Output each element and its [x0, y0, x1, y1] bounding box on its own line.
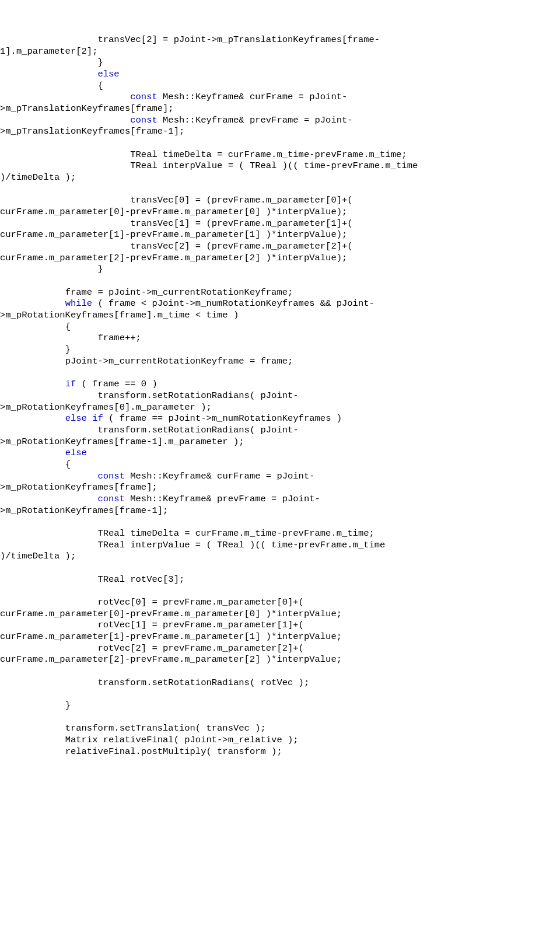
keyword: const	[97, 471, 125, 481]
code-line: )/timeDelta );	[0, 172, 560, 184]
code-line: curFrame.m_parameter[0]-prevFrame.m_para…	[0, 609, 560, 620]
code-line: curFrame.m_parameter[0]-prevFrame.m_para…	[0, 207, 560, 218]
code-line: const Mesh::Keyframe& prevFrame = pJoint…	[0, 494, 560, 505]
code-line: const Mesh::Keyframe& curFrame = pJoint-	[0, 471, 560, 483]
code-block: transVec[2] = pJoint->m_pTranslationKeyf…	[0, 34, 560, 757]
code-line: curFrame.m_parameter[1]-prevFrame.m_para…	[0, 229, 560, 241]
code-line: while ( frame < pJoint->m_numRotationKey…	[0, 298, 560, 310]
code-line	[0, 516, 560, 528]
keyword: else	[97, 69, 119, 79]
code-line	[0, 563, 560, 574]
keyword: if	[92, 413, 103, 424]
code-line: if ( frame == 0 )	[0, 379, 560, 390]
code-line: )/timeDelta );	[0, 551, 560, 563]
keyword: while	[65, 298, 93, 309]
code-line: >m_pTranslationKeyframes[frame-1];	[0, 126, 560, 138]
code-line: >m_pRotationKeyframes[frame];	[0, 482, 560, 494]
code-line: transVec[2] = pJoint->m_pTranslationKeyf…	[0, 34, 560, 46]
code-line: else	[0, 69, 560, 81]
code-line	[0, 712, 560, 724]
code-line: frame++;	[0, 333, 560, 344]
code-line: curFrame.m_parameter[2]-prevFrame.m_para…	[0, 654, 560, 666]
code-line: transVec[1] = (prevFrame.m_parameter[1]+…	[0, 218, 560, 230]
code-line: >m_pRotationKeyframes[0].m_parameter );	[0, 402, 560, 414]
code-line: rotVec[2] = prevFrame.m_parameter[2]+(	[0, 643, 560, 655]
code-line: {	[0, 81, 560, 92]
code-line: TReal rotVec[3];	[0, 574, 560, 586]
code-line	[0, 138, 560, 149]
code-line: }	[0, 57, 560, 69]
keyword: else	[65, 448, 87, 458]
code-line: const Mesh::Keyframe& curFrame = pJoint-	[0, 92, 560, 103]
code-line: 1].m_parameter[2];	[0, 46, 560, 58]
code-line: {	[0, 459, 560, 471]
keyword: if	[65, 379, 76, 389]
code-line: pJoint->m_currentRotationKeyframe = fram…	[0, 356, 560, 368]
code-line: >m_pRotationKeyframes[frame-1];	[0, 505, 560, 517]
code-line: transform.setRotationRadians( rotVec );	[0, 677, 560, 689]
code-line: curFrame.m_parameter[2]-prevFrame.m_para…	[0, 253, 560, 264]
code-line: TReal interpValue = ( TReal )(( time-pre…	[0, 160, 560, 172]
code-line: >m_pRotationKeyframes[frame].m_time < ti…	[0, 310, 560, 322]
code-line: frame = pJoint->m_currentRotationKeyfram…	[0, 287, 560, 299]
code-line	[0, 368, 560, 379]
code-line	[0, 585, 560, 597]
keyword: const	[130, 115, 158, 125]
code-line	[0, 275, 560, 287]
code-line: }	[0, 344, 560, 356]
code-line: TReal timeDelta = curFrame.m_time-prevFr…	[0, 528, 560, 540]
code-line: transform.setRotationRadians( pJoint-	[0, 425, 560, 436]
code-line: TReal timeDelta = curFrame.m_time-prevFr…	[0, 149, 560, 161]
keyword: const	[130, 92, 158, 102]
code-line: else	[0, 448, 560, 459]
code-line: transVec[2] = (prevFrame.m_parameter[2]+…	[0, 241, 560, 253]
code-line: rotVec[0] = prevFrame.m_parameter[0]+(	[0, 597, 560, 609]
code-line	[0, 184, 560, 195]
code-line: rotVec[1] = prevFrame.m_parameter[1]+(	[0, 620, 560, 631]
code-line: }	[0, 700, 560, 712]
code-line: >m_pRotationKeyframes[frame-1].m_paramet…	[0, 436, 560, 448]
keyword: else	[65, 413, 87, 424]
code-line: transform.setTranslation( transVec );	[0, 723, 560, 735]
code-line: curFrame.m_parameter[1]-prevFrame.m_para…	[0, 631, 560, 643]
code-line	[0, 689, 560, 700]
code-line: const Mesh::Keyframe& prevFrame = pJoint…	[0, 115, 560, 127]
code-line: transform.setRotationRadians( pJoint-	[0, 390, 560, 402]
code-line: >m_pTranslationKeyframes[frame];	[0, 103, 560, 115]
code-line: relativeFinal.postMultiply( transform );	[0, 746, 560, 758]
code-line: transVec[0] = (prevFrame.m_parameter[0]+…	[0, 195, 560, 207]
keyword: const	[97, 494, 125, 504]
code-line: else if ( frame == pJoint->m_numRotation…	[0, 413, 560, 425]
code-line: {	[0, 322, 560, 333]
code-line: Matrix relativeFinal( pJoint->m_relative…	[0, 735, 560, 746]
code-line: TReal interpValue = ( TReal )(( time-pre…	[0, 540, 560, 551]
code-line	[0, 666, 560, 677]
code-line: }	[0, 264, 560, 275]
